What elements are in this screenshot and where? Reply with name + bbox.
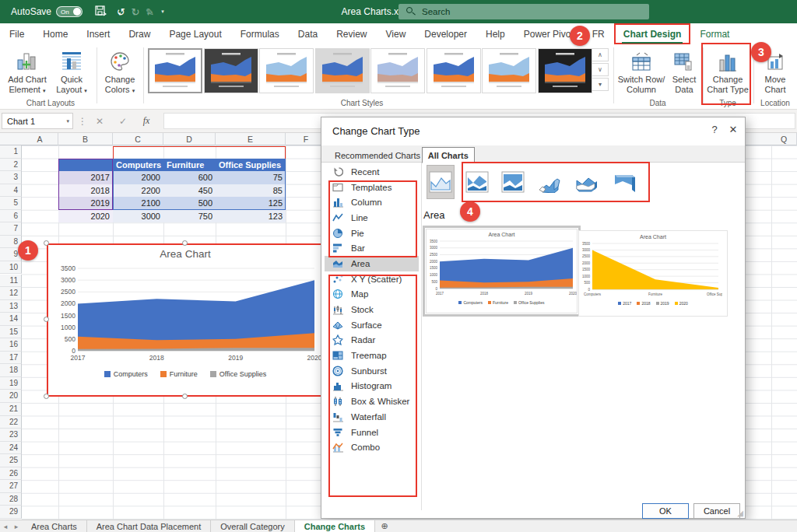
chart-style-thumbnail-4[interactable]	[315, 48, 370, 93]
column-header-Q[interactable]: Q	[771, 133, 797, 145]
table-cell[interactable]: 2100	[113, 197, 163, 210]
ribbon-tab-file[interactable]: File	[0, 23, 33, 44]
ribbon-tab-help[interactable]: Help	[476, 23, 514, 44]
row-header-17[interactable]: 17	[0, 352, 22, 365]
table-cell[interactable]: 2000	[113, 171, 163, 184]
qat-overflow-icon[interactable]: ▾	[161, 9, 164, 15]
sheet-tab-change-charts[interactable]: Change Charts	[295, 520, 375, 532]
change-chart-type-button[interactable]: ChangeChart Type	[707, 46, 749, 105]
ribbon-tab-home[interactable]: Home	[33, 23, 77, 44]
row-header-23[interactable]: 23	[0, 429, 22, 442]
chart-type-line[interactable]: Line	[325, 210, 419, 226]
row-header-24[interactable]: 24	[0, 442, 22, 455]
close-icon[interactable]: ✕	[725, 124, 742, 135]
row-header-5[interactable]: 5	[0, 197, 22, 210]
row-header-20[interactable]: 20	[0, 390, 22, 403]
table-cell[interactable]: 123	[216, 210, 286, 223]
gallery-more-button[interactable]: ▾	[592, 78, 609, 91]
cancel-entry-icon[interactable]: ✕	[92, 113, 107, 129]
row-header-14[interactable]: 14	[0, 313, 22, 326]
ribbon-tab-page-layout[interactable]: Page Layout	[160, 23, 230, 44]
ribbon-tab-formulas[interactable]: Formulas	[231, 23, 289, 44]
chart-type-scatter[interactable]: X Y (Scatter)	[325, 271, 419, 287]
row-header-27[interactable]: 27	[0, 480, 22, 493]
chart-type-templates[interactable]: Templates	[325, 180, 419, 195]
row-header-7[interactable]: 7	[0, 222, 22, 236]
row-header-16[interactable]: 16	[0, 338, 22, 352]
chart-type-treemap[interactable]: Treemap	[325, 348, 419, 363]
table-cell[interactable]	[58, 159, 113, 172]
chart-type-combo[interactable]: Combo	[325, 439, 419, 455]
switch-row-column-button[interactable]: Switch Row/Column	[617, 46, 665, 105]
chart-type-boxwhisker[interactable]: Box & Whisker	[325, 394, 419, 409]
ribbon-tab-draw[interactable]: Draw	[119, 23, 160, 44]
column-header-C[interactable]: C	[113, 133, 163, 145]
table-cell[interactable]: Computers	[113, 159, 163, 172]
row-header-26[interactable]: 26	[0, 467, 22, 481]
row-header-28[interactable]: 28	[0, 493, 22, 506]
table-cell[interactable]: 450	[163, 184, 216, 198]
change-colors-button[interactable]: ChangeColors ▾	[100, 46, 140, 105]
select-data-button[interactable]: SelectData	[667, 46, 701, 105]
table-cell[interactable]: 2017	[58, 171, 113, 184]
chart-style-thumbnail-2[interactable]	[204, 48, 258, 93]
chart-preview-secondary[interactable]: Area Chart 0500100015002000250030003500C…	[578, 230, 728, 317]
sheet-nav-right[interactable]: ▸	[11, 520, 22, 532]
row-header-25[interactable]: 25	[0, 454, 22, 467]
chart-type-recent[interactable]: Recent	[325, 164, 419, 180]
ribbon-tab-insert[interactable]: Insert	[77, 23, 119, 44]
autosave-toggle[interactable]: On	[56, 6, 83, 17]
gallery-scroll-up[interactable]: ∧	[592, 48, 609, 61]
help-icon[interactable]: ?	[706, 124, 723, 135]
row-header-13[interactable]: 13	[0, 300, 22, 313]
row-header-10[interactable]: 10	[0, 261, 22, 275]
subtype-3-d-100-stacked-area-icon[interactable]	[611, 166, 637, 198]
column-header-B[interactable]: B	[58, 133, 113, 145]
chart-type-sunburst[interactable]: Sunburst	[325, 363, 419, 379]
confirm-entry-icon[interactable]: ✓	[115, 113, 131, 129]
table-cell[interactable]: 85	[216, 184, 286, 198]
redo-button[interactable]: ↻▾	[131, 6, 135, 18]
name-box[interactable]: Chart 1 ▾	[2, 113, 73, 129]
table-cell[interactable]: 2019	[58, 197, 113, 210]
ribbon-tab-format[interactable]: Format	[690, 23, 739, 44]
chart-type-surface[interactable]: Surface	[325, 317, 419, 333]
row-header-18[interactable]: 18	[0, 364, 22, 377]
autosave-control[interactable]: AutoSave On	[11, 6, 83, 17]
chart-style-thumbnail-8[interactable]	[538, 48, 592, 93]
ok-button[interactable]: OK	[642, 503, 689, 519]
embedded-area-chart[interactable]: Area Chart 05001000150020002500300035002…	[47, 243, 324, 397]
row-header-2[interactable]: 2	[0, 159, 22, 172]
search-input[interactable]: Search	[398, 4, 649, 19]
table-cell[interactable]: 750	[163, 210, 216, 223]
subtype-stacked-area-icon[interactable]	[464, 166, 490, 198]
row-header-22[interactable]: 22	[0, 416, 22, 429]
row-header-6[interactable]: 6	[0, 210, 22, 223]
table-cell[interactable]: Office Supplies	[216, 159, 286, 172]
gallery-scroll-down[interactable]: ∨	[592, 63, 609, 76]
add-chart-element-button[interactable]: Add ChartElement ▾	[5, 46, 50, 105]
sheet-tab-area-charts[interactable]: Area Charts	[22, 520, 87, 532]
chart-style-thumbnail-1[interactable]	[148, 48, 202, 93]
row-header-12[interactable]: 12	[0, 287, 22, 300]
chart-type-funnel[interactable]: Funnel	[325, 425, 419, 440]
table-cell[interactable]: 2018	[58, 184, 113, 198]
subtype-100-stacked-area-icon[interactable]	[500, 166, 526, 198]
chart-type-radar[interactable]: Radar	[325, 333, 419, 348]
sheet-tab-area-chart-data-placement[interactable]: Area Chart Data Placement	[87, 520, 212, 532]
table-cell[interactable]: 600	[163, 171, 216, 184]
chart-type-stock[interactable]: Stock	[325, 302, 419, 317]
table-cell[interactable]: 125	[216, 197, 286, 210]
row-header-29[interactable]: 29	[0, 506, 22, 519]
sheet-tab-overall-category[interactable]: Overall Category	[211, 520, 295, 532]
chart-type-histogram[interactable]: Histogram	[325, 379, 419, 394]
subtype-area-icon[interactable]	[427, 166, 454, 198]
chart-type-area[interactable]: Area	[325, 256, 419, 271]
save-icon[interactable]	[95, 5, 107, 19]
chart-style-thumbnail-3[interactable]	[259, 48, 314, 93]
add-sheet-icon[interactable]: ⊕	[375, 520, 394, 532]
undo-button[interactable]: ↺▾	[117, 6, 121, 18]
chart-style-thumbnail-7[interactable]	[482, 48, 536, 93]
row-header-15[interactable]: 15	[0, 326, 22, 339]
ribbon-tab-chart-design[interactable]: Chart Design	[614, 23, 691, 44]
